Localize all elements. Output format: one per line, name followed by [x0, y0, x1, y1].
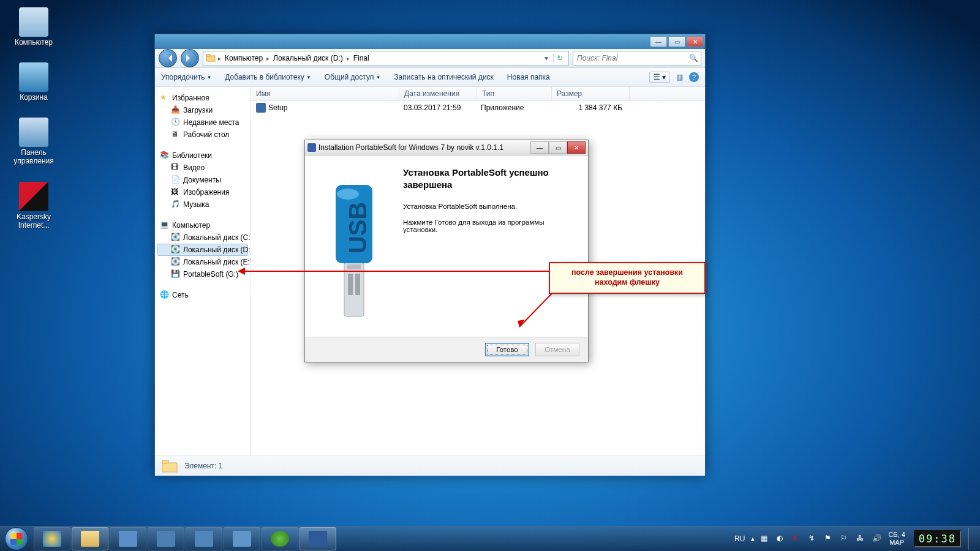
nav-favorites[interactable]: ★Избранное [157, 92, 248, 104]
tray-icon[interactable]: ↯ [809, 534, 818, 544]
breadcrumb[interactable]: ▸ Компьютер ▸ Локальный диск (D:) ▸ Fina… [203, 51, 569, 66]
nav-item-music[interactable]: 🎵Музыка [157, 198, 248, 211]
search-field[interactable] [576, 53, 689, 63]
taskbar-item-utorrent[interactable] [262, 527, 298, 550]
tray-icon[interactable]: ◐ [777, 534, 786, 544]
taskbar-item-ie[interactable] [34, 527, 70, 550]
dialog-line2: Нажмите Готово для выхода из программы у… [403, 219, 577, 233]
desktop-icon-label: Kaspersky Internet... [9, 212, 58, 230]
tray-icon[interactable]: ⚑ [824, 534, 834, 544]
drive-icon: 💽 [171, 257, 181, 267]
refresh-button[interactable]: ↻ [553, 54, 566, 62]
nav-group-label: Сеть [172, 291, 189, 299]
taskbar-item[interactable] [110, 527, 146, 550]
taskbar: RU ▴ ▦ ◐ K ↯ ⚑ ⚐ 🖧 🔊 СБ, 4МАР 09:38 [0, 526, 980, 551]
taskbar-item[interactable] [186, 527, 222, 550]
dialog-minimize-button[interactable]: — [530, 141, 549, 154]
maximize-button[interactable]: ▭ [668, 36, 685, 47]
nav-drive-e[interactable]: 💽Локальный диск (E:) [157, 256, 248, 268]
nav-libraries[interactable]: 📚Библиотеки [157, 149, 248, 162]
nav-item-label: PortableSoft (G:) [183, 270, 238, 279]
toolbar-share[interactable]: Общий доступ▼ [325, 73, 381, 81]
nav-item-video[interactable]: 🎞Видео [157, 162, 248, 174]
svg-rect-2 [162, 463, 177, 472]
digital-clock[interactable]: 09:38 [914, 530, 961, 547]
dialog-title: Installation PortableSoft for Windows 7 … [318, 143, 528, 152]
dialog-titlebar[interactable]: Installation PortableSoft for Windows 7 … [305, 140, 588, 156]
nav-item-label: Загрузки [183, 106, 213, 114]
nav-network[interactable]: 🌐Сеть [157, 289, 248, 301]
search-icon[interactable]: 🔍 [689, 54, 698, 62]
taskbar-item[interactable] [148, 527, 184, 550]
taskbar-item-explorer[interactable] [72, 527, 108, 550]
status-bar: Элемент: 1 [155, 455, 705, 476]
close-button[interactable]: ✕ [687, 36, 704, 47]
finish-button[interactable]: Готово [485, 343, 529, 356]
tray-up-icon[interactable]: ▴ [751, 534, 755, 543]
nav-forward-button[interactable] [181, 49, 199, 67]
dialog-close-button[interactable]: ✕ [567, 141, 586, 154]
start-button[interactable] [0, 527, 33, 551]
explorer-titlebar[interactable]: — ▭ ✕ [155, 34, 705, 49]
dialog-footer: Готово Отмена [305, 337, 588, 362]
toolbar-organize[interactable]: Упорядочить▼ [161, 73, 211, 81]
documents-icon: 📄 [171, 175, 181, 185]
nav-back-button[interactable] [159, 49, 177, 67]
file-size: 1 384 377 КБ [550, 103, 627, 112]
nav-item-pictures[interactable]: 🖼Изображения [157, 186, 248, 198]
nav-item-recent[interactable]: 🕓Недавние места [157, 116, 248, 129]
breadcrumb-segment[interactable]: Локальный диск (D:) [272, 54, 344, 62]
toolbar-newfolder[interactable]: Новая папка [507, 73, 550, 81]
music-icon: 🎵 [171, 200, 181, 209]
kaspersky-tray-icon[interactable]: K [793, 534, 802, 544]
desktop-icon-kaspersky[interactable]: Kaspersky Internet... [9, 182, 58, 230]
preview-pane-button[interactable]: ▥ [676, 73, 683, 81]
file-date: 03.03.2017 21:59 [399, 103, 476, 112]
dialog-maximize-button[interactable]: ▭ [549, 141, 567, 154]
volume-icon[interactable]: 🔊 [872, 534, 882, 544]
tray-clock[interactable]: СБ, 4МАР [888, 531, 907, 546]
kaspersky-icon [19, 182, 48, 211]
action-center-icon[interactable]: ⚐ [840, 534, 850, 544]
toolbar-library[interactable]: Добавить в библиотеку▼ [225, 73, 311, 81]
nav-drive-c[interactable]: 💽Локальный диск (C:) [157, 231, 248, 244]
network-tray-icon[interactable]: 🖧 [856, 534, 866, 544]
taskbar-item-installer[interactable] [300, 527, 336, 550]
downloads-icon: 📥 [171, 105, 181, 115]
annotation-arrow [240, 271, 551, 272]
view-options-button[interactable]: ☰ ▾ [649, 72, 670, 83]
language-indicator[interactable]: RU [734, 534, 745, 543]
desktop-icon-controlpanel[interactable]: Панель управления [9, 118, 58, 165]
app-icon [195, 531, 213, 547]
desktop-icon-recycle[interactable]: Корзина [9, 62, 58, 102]
nav-item-documents[interactable]: 📄Документы [157, 174, 248, 186]
network-icon: 🌐 [160, 290, 170, 300]
minimize-button[interactable]: — [650, 36, 667, 47]
taskbar-item[interactable] [224, 527, 260, 550]
breadcrumb-segment[interactable]: Final [352, 54, 371, 62]
file-row[interactable]: Setup 03.03.2017 21:59 Приложение 1 384 … [251, 101, 705, 114]
dialog-line1: Установка PortableSoft выполнена. [403, 203, 577, 210]
column-headers[interactable]: Имя Дата изменения Тип Размер [251, 87, 705, 101]
toolbar-burn[interactable]: Записать на оптический диск [394, 73, 494, 81]
breadcrumb-segment[interactable]: Компьютер [224, 54, 264, 62]
search-input[interactable]: 🔍 [573, 51, 701, 66]
nav-item-downloads[interactable]: 📥Загрузки [157, 104, 248, 116]
nav-item-desktop[interactable]: 🖥Рабочий стол [157, 129, 248, 141]
help-button[interactable]: ? [689, 72, 699, 82]
breadcrumb-dropdown[interactable]: ▾ [542, 54, 551, 62]
utorrent-icon [271, 531, 289, 547]
col-name[interactable]: Имя [251, 87, 399, 100]
tray-icon[interactable]: ▦ [761, 534, 771, 544]
nav-drive-d[interactable]: 💽Локальный диск (D:) [157, 244, 248, 256]
col-size[interactable]: Размер [552, 87, 630, 100]
col-date[interactable]: Дата изменения [399, 87, 477, 100]
nav-item-label: Видео [183, 163, 205, 172]
clock-day: СБ, 4 [888, 531, 905, 538]
desktop-icon-computer[interactable]: Компьютер [9, 7, 58, 47]
libraries-icon: 📚 [160, 151, 170, 160]
clock-month: МАР [889, 539, 904, 546]
nav-computer[interactable]: 💻Компьютер [157, 219, 248, 231]
col-type[interactable]: Тип [477, 87, 552, 100]
show-desktop-button[interactable] [968, 528, 975, 550]
